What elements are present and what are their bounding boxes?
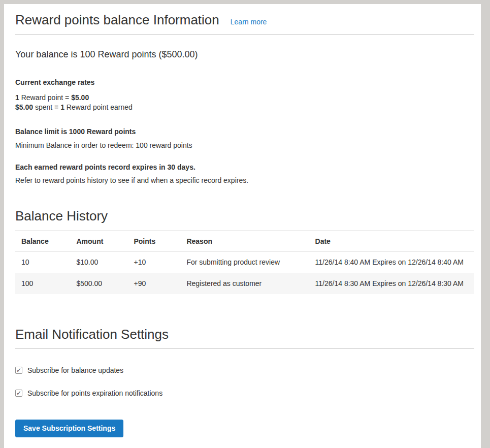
cell-date: 11/26/14 8:40 AM Expires on 12/26/14 8:4… [309,251,474,273]
exchange-rate-line-2: $5.00 spent = 1 Reward point earned [15,103,474,112]
cell-date: 11/26/14 8:30 AM Expires on 12/26/14 8:3… [309,273,474,294]
expiry-note: Refer to reward points history to see if… [15,176,474,184]
email-settings-title: Email Notification Settings [15,327,474,342]
column-header-reason: Reason [180,231,309,251]
subscribe-expiration-notifications-row[interactable]: Subscribe for points expiration notifica… [15,389,162,397]
cell-balance: 100 [15,273,70,294]
balance-history-title: Balance History [15,208,474,224]
rate2-amount: $5.00 [15,103,33,111]
page-title: Reward points balance Information [15,12,219,28]
checkbox-label: Subscribe for balance updates [27,366,123,374]
minimum-balance-note: Minimum Balance in order to redeem: 100 … [15,141,474,149]
cell-points: +10 [127,251,180,273]
cell-reason: For submitting product review [180,251,309,273]
checkbox-label: Subscribe for points expiration notifica… [27,389,162,397]
save-subscription-settings-button[interactable]: Save Subscription Settings [15,420,123,437]
balance-summary: Your balance is 100 Reward points ($500.… [15,49,474,60]
cell-points: +90 [127,273,180,294]
exchange-rates-heading: Current exchange rates [15,78,474,86]
page-header: Reward points balance Information Learn … [15,12,474,34]
balance-history-header: Balance Amount Points Reason Date [15,231,474,251]
rate1-points: 1 [15,93,19,102]
page-background: Reward points balance Information Learn … [0,0,490,448]
cell-amount: $500.00 [70,273,127,294]
exchange-rates-lines: 1 Reward point = $5.00 $5.00 spent = 1 R… [15,93,474,112]
email-settings-divider [15,348,474,349]
column-header-points: Points [127,231,180,251]
header-divider [15,34,474,35]
table-row: 100 $500.00 +90 Registered as customer 1… [15,273,474,294]
rate2-suffix: Reward point earned [64,103,133,111]
balance-limit-heading: Balance limit is 1000 Reward points [15,127,474,136]
learn-more-link[interactable]: Learn more [231,18,267,26]
reward-points-card: Reward points balance Information Learn … [4,4,481,448]
exchange-rate-line-1: 1 Reward point = $5.00 [15,93,474,103]
balance-history-table: Balance Amount Points Reason Date 10 $10… [15,231,474,294]
column-header-balance: Balance [15,231,70,251]
column-header-date: Date [309,231,474,251]
rate2-points: 1 [60,103,64,111]
expiry-heading: Each earned reward points record expires… [15,163,474,171]
cell-reason: Registered as customer [180,273,309,294]
cell-balance: 10 [15,251,70,273]
column-header-amount: Amount [70,231,127,251]
cell-amount: $10.00 [70,251,127,273]
rate1-amount: $5.00 [71,93,89,102]
subscribe-balance-updates-row[interactable]: Subscribe for balance updates [15,366,123,374]
rate2-text: spent = [33,103,60,111]
table-row: 10 $10.00 +10 For submitting product rev… [15,251,474,273]
rate1-text: Reward point = [19,93,71,102]
